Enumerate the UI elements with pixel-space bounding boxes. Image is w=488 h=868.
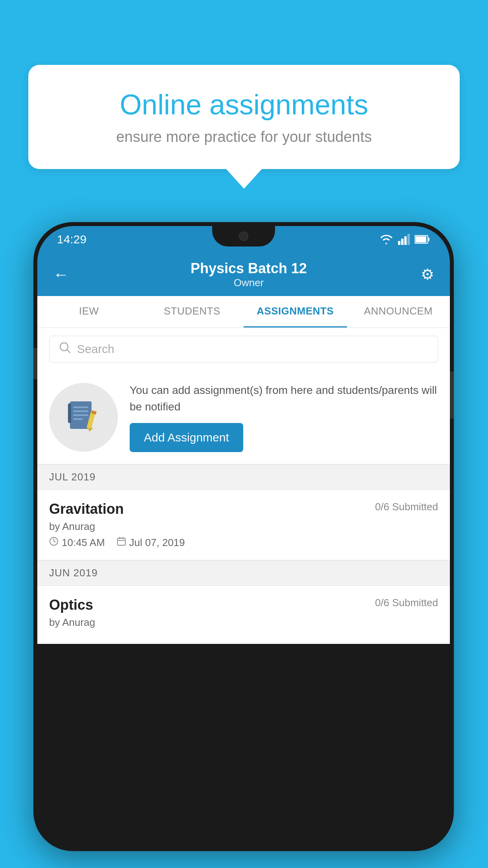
power-button	[450, 371, 454, 419]
app-bar-title: Physics Batch 12	[77, 260, 421, 277]
svg-line-20	[54, 541, 55, 542]
section-jul-2019: JUL 2019	[37, 464, 450, 490]
svg-rect-11	[73, 410, 88, 412]
svg-rect-0	[398, 241, 400, 245]
app-bar-title-container: Physics Batch 12 Owner	[77, 260, 421, 289]
optics-author: by Anurag	[49, 616, 438, 629]
assignment-optics[interactable]: Optics 0/6 Submitted by Anurag	[37, 586, 450, 644]
svg-rect-6	[415, 236, 426, 243]
camera	[239, 232, 248, 241]
svg-rect-12	[73, 414, 88, 416]
phone-screen: 14:29	[37, 226, 450, 847]
promo-description: You can add assignment(s) from here and …	[130, 382, 438, 415]
date-value: Jul 07, 2019	[129, 537, 185, 549]
assignment-author: by Anurag	[49, 520, 438, 533]
assignment-date: Jul 07, 2019	[117, 537, 185, 549]
app-bar-subtitle: Owner	[77, 277, 421, 289]
tab-assignments[interactable]: ASSIGNMENTS	[244, 296, 347, 327]
settings-button[interactable]: ⚙	[421, 266, 434, 283]
promo-text-container: You can add assignment(s) from here and …	[130, 382, 438, 452]
status-time: 14:29	[57, 233, 86, 246]
wifi-icon	[379, 234, 393, 245]
assignment-submitted: 0/6 Submitted	[375, 501, 438, 513]
app-bar: ← Physics Batch 12 Owner ⚙	[37, 253, 450, 296]
add-assignment-button[interactable]: Add Assignment	[130, 423, 243, 452]
svg-rect-21	[117, 538, 125, 545]
svg-rect-10	[73, 406, 88, 408]
status-bar: 14:29	[37, 226, 450, 253]
section-jun-2019: JUN 2019	[37, 560, 450, 586]
tab-announcements[interactable]: ANNOUNCEM	[347, 296, 450, 327]
speech-bubble-container: Online assignments ensure more practice …	[28, 65, 460, 169]
svg-rect-14	[68, 403, 71, 423]
tab-iew[interactable]: IEW	[37, 296, 141, 327]
tabs-bar: IEW STUDENTS ASSIGNMENTS ANNOUNCEM	[37, 296, 450, 328]
notebook-icon	[66, 399, 101, 435]
svg-rect-3	[407, 234, 410, 245]
search-container: Search	[37, 328, 450, 370]
status-icons	[379, 234, 430, 245]
assignment-gravitation[interactable]: Gravitation 0/6 Submitted by Anurag 10:4…	[37, 490, 450, 560]
volume-button	[33, 348, 37, 379]
speech-bubble-subtitle: ensure more practice for your students	[56, 129, 432, 145]
promo-icon-circle	[49, 383, 118, 452]
tab-students[interactable]: STUDENTS	[141, 296, 244, 327]
battery-icon	[415, 235, 430, 244]
speech-bubble: Online assignments ensure more practice …	[28, 65, 460, 169]
notch	[212, 226, 275, 246]
assignment-title: Gravitation	[49, 501, 124, 517]
search-bar[interactable]: Search	[49, 336, 438, 362]
assignment-meta: 10:45 AM Jul 07, 2019	[49, 537, 438, 549]
svg-line-8	[67, 349, 70, 353]
signal-icon	[398, 234, 410, 245]
svg-rect-2	[404, 236, 407, 245]
search-icon	[59, 342, 71, 357]
assignment-optics-header: Optics 0/6 Submitted	[49, 597, 438, 613]
optics-title: Optics	[49, 597, 93, 613]
time-value: 10:45 AM	[62, 537, 105, 549]
back-button[interactable]: ←	[53, 266, 69, 283]
speech-bubble-title: Online assignments	[56, 88, 432, 121]
clock-icon	[49, 537, 59, 549]
assignment-header: Gravitation 0/6 Submitted	[49, 501, 438, 517]
calendar-icon	[117, 537, 126, 549]
assignment-time: 10:45 AM	[49, 537, 105, 549]
optics-submitted: 0/6 Submitted	[375, 597, 438, 609]
search-input[interactable]: Search	[77, 342, 114, 356]
svg-rect-1	[401, 239, 404, 245]
promo-section: You can add assignment(s) from here and …	[37, 370, 450, 464]
svg-rect-13	[73, 418, 83, 420]
phone-frame: 14:29	[33, 222, 454, 851]
svg-rect-5	[428, 238, 429, 241]
